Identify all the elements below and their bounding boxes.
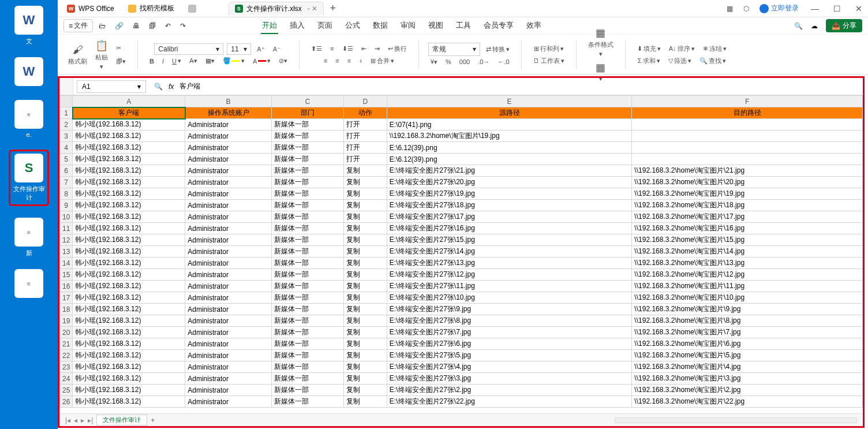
cell[interactable]: \\192.168.3.2\home\淘宝图片\21.jpg [632, 165, 863, 177]
cell[interactable]: 复制 [343, 396, 387, 408]
cell[interactable]: 韩小瑶(192.168.3.12) [73, 258, 185, 269]
cell[interactable]: E:\终端安全图片27张\22.jpg [387, 396, 632, 408]
cell[interactable]: Administrator [185, 130, 272, 142]
cell[interactable]: \\192.168.3.2\home\淘宝图片\16.jpg [632, 223, 863, 234]
cell[interactable]: 韩小瑶(192.168.3.12) [73, 338, 185, 350]
row-header[interactable]: 18 [60, 304, 73, 315]
cell[interactable]: 复制 [343, 211, 387, 223]
cell[interactable]: \\192.168.3.2\home\淘宝图片\10.jpg [632, 292, 863, 304]
cell[interactable]: \\192.168.3.2\home\淘宝图片\5.jpg [632, 350, 863, 361]
cell[interactable] [632, 130, 863, 142]
indent-left-icon[interactable]: ⇤ [359, 44, 369, 54]
cell[interactable]: 新媒体一部 [272, 338, 344, 350]
cell[interactable]: E:\终端安全图片27张\14.jpg [387, 246, 632, 258]
cell[interactable]: Administrator [185, 142, 272, 154]
column-header[interactable]: D [343, 96, 387, 107]
cell[interactable]: 韩小瑶(192.168.3.12) [73, 385, 185, 396]
cell[interactable]: E:\6.12(39).png [387, 142, 632, 154]
cell[interactable]: \\192.168.3.2\home\淘宝图片\12.jpg [632, 269, 863, 281]
document-tab[interactable]: 找稻壳模板 [122, 2, 180, 16]
cell[interactable]: Administrator [185, 396, 272, 408]
desktop-icon[interactable]: ≡e. [9, 100, 49, 138]
cell[interactable]: 打开 [343, 142, 387, 154]
desktop-icon[interactable]: ≡新 [9, 218, 49, 258]
cell[interactable]: E:\终端安全图片27张\15.jpg [387, 234, 632, 246]
cell[interactable]: 新媒体一部 [272, 396, 344, 408]
cell[interactable]: Administrator [185, 119, 272, 130]
cell[interactable]: Administrator [185, 361, 272, 373]
menu-tab[interactable]: 数据 [372, 18, 389, 34]
cell[interactable]: 复制 [343, 338, 387, 350]
cell[interactable]: 新媒体一部 [272, 154, 344, 165]
column-header[interactable]: E [387, 96, 632, 107]
dec-decimal-icon[interactable]: ←.0 [495, 57, 511, 66]
sheet-nav-first-icon[interactable]: |◂ [65, 416, 70, 424]
format-brush-button[interactable]: 🖌格式刷 [66, 43, 89, 67]
cell[interactable]: E:\终端安全图片27张\21.jpg [387, 165, 632, 177]
cell[interactable]: E:\终端安全图片27张\6.jpg [387, 338, 632, 350]
cell[interactable]: E:\终端安全图片27张\11.jpg [387, 281, 632, 292]
cell[interactable]: 新媒体一部 [272, 327, 344, 338]
align-right-icon[interactable]: ≡ [345, 56, 353, 65]
cell[interactable]: 复制 [343, 200, 387, 211]
formula-value[interactable]: 客户端 [179, 81, 200, 91]
print-icon[interactable]: 🖶 [129, 20, 143, 32]
cell[interactable]: Administrator [185, 188, 272, 200]
cell[interactable]: \\192.168.3.2\home\淘宝图片\7.jpg [632, 327, 863, 338]
header-cell[interactable]: 目的路径 [632, 107, 863, 119]
row-header[interactable]: 23 [60, 361, 73, 373]
cell[interactable]: 韩小瑶(192.168.3.12) [73, 373, 185, 385]
cell[interactable]: \\192.168.3.2\home\淘宝图片\18.jpg [632, 200, 863, 211]
cell[interactable]: 新媒体一部 [272, 177, 344, 188]
cell[interactable] [632, 142, 863, 154]
row-header[interactable]: 22 [60, 350, 73, 361]
cell[interactable]: Administrator [185, 154, 272, 165]
cell[interactable]: E:\终端安全图片27张\16.jpg [387, 223, 632, 234]
cell[interactable]: 新媒体一部 [272, 223, 344, 234]
document-tab[interactable] [182, 2, 226, 16]
fill-color-button[interactable]: 🪣▾ [220, 56, 247, 66]
document-tab[interactable]: WWPS Office [61, 2, 120, 16]
increase-font-icon[interactable]: A⁺ [255, 44, 267, 54]
cell[interactable]: Administrator [185, 281, 272, 292]
row-header[interactable]: 2 [60, 119, 73, 130]
cell[interactable]: Administrator [185, 338, 272, 350]
cell[interactable]: 复制 [343, 234, 387, 246]
percent-icon[interactable]: % [443, 57, 454, 66]
cell[interactable]: 韩小瑶(192.168.3.12) [73, 315, 185, 327]
login-button[interactable]: 👤 立即登录 [760, 3, 799, 13]
cell[interactable]: 复制 [343, 315, 387, 327]
sum-button[interactable]: Σ 求和▾ [635, 55, 663, 66]
cond-format-button[interactable]: ▦条件格式▾ [586, 25, 616, 59]
cell[interactable]: 复制 [343, 246, 387, 258]
row-header[interactable]: 14 [60, 258, 73, 269]
worksheet-button[interactable]: 🗋 工作表▾ [531, 55, 567, 66]
cell[interactable]: 韩小瑶(192.168.3.12) [73, 154, 185, 165]
row-header[interactable]: 9 [60, 200, 73, 211]
cell[interactable]: 韩小瑶(192.168.3.12) [73, 327, 185, 338]
cell[interactable]: 韩小瑶(192.168.3.12) [73, 246, 185, 258]
cell[interactable]: E:\07(41).png [387, 119, 632, 130]
cell[interactable]: 韩小瑶(192.168.3.12) [73, 188, 185, 200]
cell[interactable]: 打开 [343, 154, 387, 165]
row-header[interactable]: 6 [60, 165, 73, 177]
cell[interactable]: Administrator [185, 234, 272, 246]
underline-button[interactable]: U▾ [170, 56, 184, 66]
cell[interactable]: \\192.168.3.2\home\淘宝图片\17.jpg [632, 211, 863, 223]
cell[interactable]: Administrator [185, 177, 272, 188]
menu-tab[interactable]: 工具 [455, 18, 472, 34]
cell[interactable]: 复制 [343, 373, 387, 385]
cell[interactable]: Administrator [185, 292, 272, 304]
document-tab[interactable]: S文件操作审计.xlsx▫ ✕ [229, 2, 324, 16]
cell[interactable]: 新媒体一部 [272, 281, 344, 292]
cell[interactable]: Administrator [185, 304, 272, 315]
sheet-nav-next-icon[interactable]: ▸ [81, 416, 84, 424]
cell[interactable]: 韩小瑶(192.168.3.12) [73, 223, 185, 234]
inc-decimal-icon[interactable]: .0→ [476, 57, 492, 66]
cut-button[interactable]: ✂ [114, 43, 128, 53]
row-header[interactable]: 8 [60, 188, 73, 200]
sheet-nav-prev-icon[interactable]: ◂ [74, 416, 77, 424]
cell[interactable]: \\192.168.3.2\home\淘宝图片\3.jpg [632, 373, 863, 385]
cell[interactable]: E:\终端安全图片27张\13.jpg [387, 258, 632, 269]
name-box[interactable]: A1▾ [77, 80, 146, 93]
